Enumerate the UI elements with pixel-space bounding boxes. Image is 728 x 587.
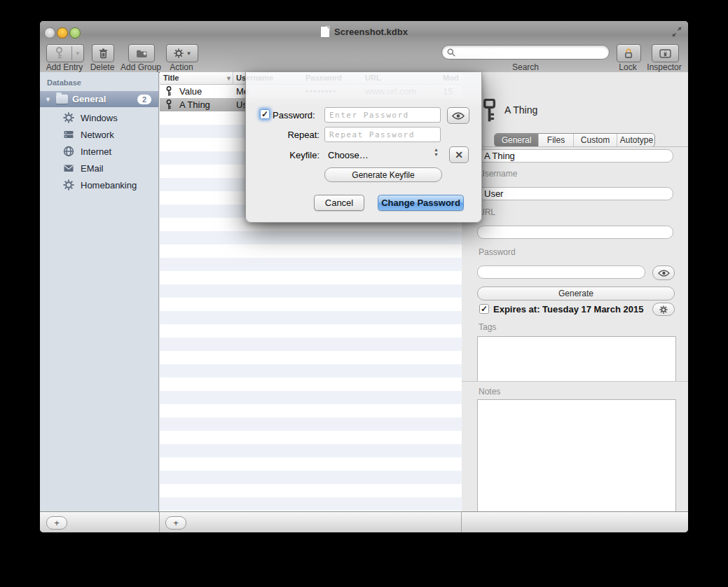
cancel-button[interactable]: Cancel bbox=[314, 195, 364, 211]
reveal-password-button[interactable] bbox=[652, 265, 675, 280]
folder-plus-icon bbox=[136, 49, 148, 58]
keyfile-label: Keyfile: bbox=[246, 150, 320, 160]
action-button[interactable]: ▼ bbox=[166, 44, 198, 62]
sort-descending-icon: ▼ bbox=[226, 75, 232, 82]
show-password-button[interactable] bbox=[447, 107, 469, 124]
envelope-icon bbox=[63, 163, 75, 174]
delete-button[interactable] bbox=[92, 44, 114, 62]
password-checkbox[interactable]: ✓ bbox=[260, 109, 270, 119]
sidebar-item-network[interactable]: Network bbox=[40, 126, 158, 143]
gear-icon bbox=[63, 112, 75, 124]
sidebar-item-internet[interactable]: Internet bbox=[40, 143, 158, 160]
username-field[interactable] bbox=[477, 187, 673, 200]
sidebar-item-label: EMail bbox=[81, 163, 104, 174]
sidebar-group-general[interactable]: ▼ General 2 bbox=[40, 91, 158, 107]
lock-label: Lock bbox=[619, 62, 636, 72]
change-password-dialog: ✓ Password: Repeat: Keyfile: Choose… ▲▼ … bbox=[245, 72, 482, 223]
lock-button[interactable] bbox=[617, 44, 641, 62]
expires-options-button[interactable] bbox=[652, 303, 675, 316]
generate-keyfile-button[interactable]: Generate Keyfile bbox=[324, 167, 442, 182]
tags-field[interactable] bbox=[477, 336, 676, 381]
add-entry-footer-button[interactable]: + bbox=[165, 516, 186, 530]
tab-general[interactable]: General bbox=[495, 134, 539, 146]
sidebar-header: Database bbox=[47, 78, 81, 87]
checkmark-icon: ✓ bbox=[481, 304, 488, 314]
delete-label: Delete bbox=[90, 62, 115, 72]
add-group-button[interactable] bbox=[128, 44, 155, 62]
padlock-open-icon bbox=[624, 48, 634, 59]
info-icon bbox=[659, 49, 671, 58]
sidebar: Database ▼ General 2 Windows Network Int… bbox=[40, 72, 159, 511]
window-title-bar: Screenshot.kdbx bbox=[40, 25, 688, 38]
sidebar-item-email[interactable]: EMail bbox=[40, 160, 158, 177]
chevron-down-icon: ▼ bbox=[184, 50, 195, 57]
eye-icon bbox=[452, 112, 465, 120]
inspector-button[interactable] bbox=[652, 44, 679, 62]
tabs-divider bbox=[462, 146, 688, 147]
folder-icon bbox=[56, 95, 68, 104]
username-label: Username bbox=[479, 169, 517, 179]
password-input[interactable] bbox=[324, 107, 441, 123]
footer-bar: + + bbox=[40, 511, 688, 532]
disclosure-triangle-icon[interactable]: ▼ bbox=[45, 96, 52, 103]
repeat-label: Repeat: bbox=[246, 130, 320, 140]
password-label: Password bbox=[479, 247, 516, 257]
clear-keyfile-button[interactable]: ✕ bbox=[449, 146, 469, 163]
key-icon bbox=[165, 86, 172, 97]
footer-divider bbox=[461, 512, 462, 532]
tab-custom[interactable]: Custom bbox=[574, 134, 617, 146]
tags-label: Tags bbox=[479, 322, 496, 332]
search-icon bbox=[447, 48, 455, 57]
password-field[interactable] bbox=[477, 265, 645, 279]
stepper-icon[interactable]: ▲▼ bbox=[434, 147, 439, 157]
trash-icon bbox=[99, 48, 108, 59]
search-label: Search bbox=[512, 62, 539, 72]
footer-divider bbox=[159, 512, 160, 532]
inspector-label: Inspector bbox=[647, 62, 681, 72]
notes-label: Notes bbox=[479, 387, 500, 396]
sidebar-item-label: Windows bbox=[81, 113, 118, 123]
tab-autotype[interactable]: Autotype bbox=[617, 134, 655, 146]
section-divider bbox=[462, 381, 688, 382]
eye-icon bbox=[658, 270, 670, 277]
close-x-icon: ✕ bbox=[455, 149, 463, 160]
action-label: Action bbox=[170, 62, 193, 72]
keyfile-popup-value[interactable]: Choose… bbox=[328, 150, 369, 160]
add-group-footer-button[interactable]: + bbox=[46, 516, 67, 530]
change-password-button[interactable]: Change Password bbox=[378, 195, 464, 211]
gear-icon bbox=[659, 305, 668, 314]
key-icon bbox=[481, 99, 497, 123]
inspector-tabs: General Files Custom Autotype bbox=[494, 133, 655, 147]
sidebar-item-homebanking[interactable]: Homebanking bbox=[40, 177, 158, 193]
chevron-down-icon: ▼ bbox=[72, 50, 83, 57]
tab-files[interactable]: Files bbox=[539, 134, 574, 146]
expires-label: Expires at: Tuesday 17 March 2015 bbox=[493, 304, 643, 315]
cell-title: Value bbox=[179, 86, 202, 97]
search-input[interactable] bbox=[441, 45, 610, 60]
globe-icon bbox=[63, 146, 75, 158]
checkmark-icon: ✓ bbox=[261, 109, 268, 119]
gear-icon bbox=[63, 179, 75, 191]
inspector-entry-title: A Thing bbox=[504, 104, 537, 116]
cell-title: A Thing bbox=[179, 99, 210, 110]
column-header-title[interactable]: Title bbox=[163, 74, 179, 82]
title-field[interactable] bbox=[477, 149, 673, 163]
generate-password-button[interactable]: Generate bbox=[477, 286, 675, 301]
add-group-label: Add Group bbox=[121, 62, 161, 72]
add-entry-button[interactable]: ▼ bbox=[46, 44, 84, 62]
key-icon bbox=[47, 47, 71, 60]
document-icon bbox=[320, 26, 330, 38]
fullscreen-icon[interactable] bbox=[671, 27, 682, 37]
sidebar-item-label: Homebanking bbox=[81, 180, 137, 191]
server-icon bbox=[63, 129, 75, 141]
add-entry-label: Add Entry bbox=[46, 62, 83, 72]
sidebar-item-windows[interactable]: Windows bbox=[40, 109, 158, 126]
notes-field[interactable] bbox=[477, 399, 676, 529]
password-label: Password: bbox=[273, 110, 315, 120]
url-field[interactable] bbox=[477, 226, 673, 239]
sidebar-item-label: Internet bbox=[81, 146, 111, 157]
column-divider[interactable] bbox=[233, 72, 233, 84]
expires-checkbox[interactable]: ✓ bbox=[479, 304, 489, 314]
inspector-panel: A Thing General Files Custom Autotype Us… bbox=[462, 72, 688, 511]
repeat-password-input[interactable] bbox=[324, 127, 441, 142]
